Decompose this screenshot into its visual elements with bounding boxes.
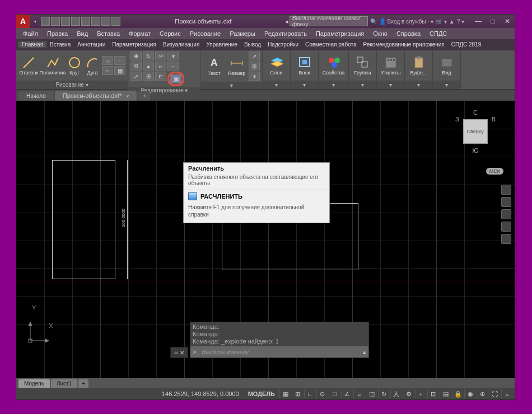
doctab-new[interactable]: + <box>138 91 150 101</box>
nav-wheel-icon[interactable] <box>501 185 511 195</box>
search-input[interactable]: Введите ключевое слово/фразу <box>290 16 368 26</box>
arc-button[interactable]: Дуга <box>84 51 101 79</box>
tab-manage[interactable]: Управление <box>203 41 241 48</box>
infocenter-icon[interactable]: 🔍 <box>370 18 377 25</box>
modeltab-sheet1[interactable]: Лист1 <box>51 379 77 388</box>
command-recent-icon[interactable]: ▴ <box>363 349 366 356</box>
nav-pan-icon[interactable] <box>501 197 511 207</box>
modeltab-model[interactable]: Модель <box>18 379 50 388</box>
panel-clip-title[interactable]: ▾ <box>405 81 432 89</box>
panel-block-title[interactable]: ▾ <box>291 81 318 89</box>
social-icon[interactable]: ▲ <box>449 18 455 25</box>
menu-view[interactable]: Вид <box>72 30 92 37</box>
explode-button[interactable]: ▣ <box>170 74 181 83</box>
menu-spds[interactable]: СПДС <box>425 30 451 37</box>
lineweight-toggle-icon[interactable]: ≡ <box>353 389 365 398</box>
view-button[interactable]: Вид <box>435 51 458 79</box>
menu-service[interactable]: Сервис <box>155 30 185 37</box>
viewcube-top[interactable]: Сверху <box>463 119 488 144</box>
trim-icon[interactable]: ✂ <box>155 51 166 60</box>
doctab-close-icon[interactable]: × <box>126 93 129 99</box>
otrack-toggle-icon[interactable]: ∠ <box>341 389 352 398</box>
workspace-icon[interactable]: ⚙ <box>403 389 414 398</box>
line-button[interactable]: Отрезок <box>18 51 39 79</box>
panel-layers-title[interactable]: ▾ <box>263 81 290 89</box>
wcs-badge[interactable]: МСК <box>486 168 503 175</box>
nav-orbit-icon[interactable] <box>501 222 511 232</box>
polar-toggle-icon[interactable]: ⊙ <box>316 389 328 398</box>
hatch-icon[interactable]: ▦ <box>114 66 125 75</box>
qat-save-icon[interactable] <box>61 17 70 26</box>
stretch-icon[interactable]: ↔ <box>167 62 179 70</box>
rotate-icon[interactable]: ↻ <box>143 51 154 60</box>
array-icon[interactable]: ⊞ <box>143 72 154 81</box>
units-icon[interactable]: ⊡ <box>427 389 438 398</box>
login-button[interactable]: 👤 Вход в службы · ▾ <box>379 18 433 25</box>
tab-spds[interactable]: СПДС 2019 <box>448 41 484 48</box>
block-button[interactable]: Блок <box>293 51 316 79</box>
menu-help[interactable]: Справка <box>392 30 425 37</box>
snap-toggle-icon[interactable]: ⊞ <box>292 389 303 398</box>
modelspace-toggle[interactable]: МОДЕЛЬ <box>245 391 278 397</box>
scale-icon[interactable]: ⤢ <box>130 72 142 81</box>
transparency-toggle-icon[interactable]: ◫ <box>366 389 377 398</box>
panel-view-title[interactable]: ▾ <box>433 81 460 89</box>
tab-home[interactable]: Главная <box>18 41 46 48</box>
tab-param[interactable]: Параметризация <box>109 41 160 48</box>
minimize-button[interactable]: — <box>471 15 486 27</box>
doctab-file[interactable]: Прокси-объекты.dxf*× <box>55 91 137 101</box>
lock-ui-icon[interactable]: 🔒 <box>452 389 463 398</box>
qat-redo-icon[interactable] <box>91 17 100 26</box>
annoscale-icon[interactable]: 人 <box>390 389 402 398</box>
polyline-button[interactable]: Полилиния <box>40 51 65 79</box>
command-input[interactable]: Введите команду <box>202 349 361 355</box>
fillet-icon[interactable]: ⌐ <box>155 62 166 70</box>
doctab-start[interactable]: Начало <box>18 91 54 101</box>
close-button[interactable]: ✕ <box>500 15 515 27</box>
menu-modify[interactable]: Редактировать <box>260 30 311 37</box>
dropdown-icon[interactable]: ▾ <box>167 51 179 60</box>
viewcube-east[interactable]: В <box>492 116 496 147</box>
command-line[interactable]: >_ Введите команду ▴ <box>190 346 368 357</box>
qat-open-icon[interactable] <box>51 17 60 26</box>
tab-visual[interactable]: Визуализация <box>160 41 203 48</box>
copy-icon[interactable]: ⧉ <box>130 62 142 70</box>
qat-dropdown-icon[interactable] <box>111 17 120 26</box>
cleanscreen-icon[interactable]: ⛶ <box>489 389 500 398</box>
menu-insert[interactable]: Вставка <box>92 30 124 37</box>
tab-insert[interactable]: Вставка <box>46 41 74 48</box>
cycle-toggle-icon[interactable]: ↻ <box>378 389 389 398</box>
isolate-icon[interactable]: ◉ <box>464 389 475 398</box>
tool-icon[interactable]: · <box>114 56 125 65</box>
tab-addins[interactable]: Надстройки <box>264 41 302 48</box>
annomonitor-icon[interactable]: + <box>415 389 426 398</box>
viewcube[interactable]: С ЗСверхуВ Ю <box>453 109 498 165</box>
modeltab-new[interactable]: + <box>78 379 88 388</box>
rect-icon[interactable]: ▭ <box>102 56 113 65</box>
grid-toggle-icon[interactable]: ▦ <box>279 389 291 398</box>
menu-format[interactable]: Формат <box>124 30 155 37</box>
layers-button[interactable]: Слои <box>265 51 288 79</box>
mirror-icon[interactable]: ▲ <box>143 62 154 70</box>
nav-showmotion-icon[interactable] <box>501 234 511 244</box>
groups-button[interactable]: Группы <box>351 51 374 79</box>
utils-button[interactable]: Утилиты <box>379 51 402 79</box>
panel-groups-title[interactable]: ▾ <box>349 81 376 89</box>
app-menu-dropdown[interactable]: ▾ <box>32 19 39 24</box>
panel-props-title[interactable]: ▾ <box>319 81 348 89</box>
help-icon[interactable]: ? ▾ <box>457 18 464 25</box>
osnap-toggle-icon[interactable]: □ <box>329 389 340 398</box>
app-menu-icon[interactable]: A <box>16 15 30 28</box>
menu-param[interactable]: Параметризация <box>311 30 368 37</box>
tab-annot[interactable]: Аннотации <box>74 41 109 48</box>
search-prev-icon[interactable]: ◂ <box>284 18 290 25</box>
ortho-toggle-icon[interactable]: ∟ <box>304 389 315 398</box>
annot-more-icon[interactable]: ▾ <box>249 72 260 81</box>
panel-annot-title[interactable]: ▾ <box>201 82 262 89</box>
menu-edit[interactable]: Правка <box>43 30 72 37</box>
dim-button[interactable]: Размер <box>226 52 248 80</box>
circle-button[interactable]: Круг <box>66 51 83 79</box>
command-handle[interactable]: ‹‹ ✕ <box>170 347 188 358</box>
ellipse-icon[interactable]: ○ <box>102 66 113 75</box>
customize-icon[interactable]: ≡ <box>501 389 512 398</box>
